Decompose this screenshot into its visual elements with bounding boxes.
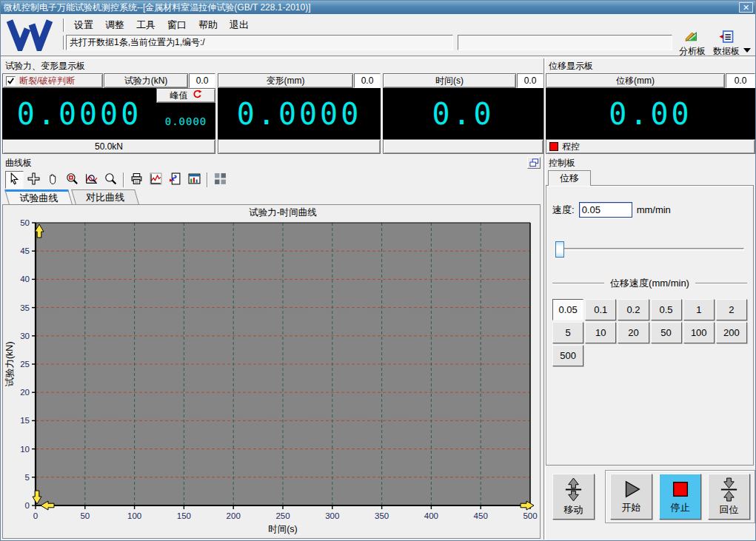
close-button[interactable]: ✕ <box>739 2 753 13</box>
toolbar-grip <box>63 19 65 32</box>
separator-line <box>552 283 604 284</box>
zoom-curve-icon <box>85 172 98 188</box>
deform-rate-value: 0.0 <box>354 73 381 88</box>
menu-item-设置[interactable]: 设置 <box>69 17 98 32</box>
speed-preset-200[interactable]: 200 <box>716 322 747 343</box>
curve-tab-label: 对比曲线 <box>86 191 124 204</box>
data-board-button[interactable]: 数据板 <box>710 30 743 54</box>
motion-buttons-row: 移动 开始 停止 回位 <box>546 469 755 524</box>
app-window: 微机控制电子万能试验机测控系统--[金属材料室温拉伸试验(GB/T 228.1-… <box>0 0 756 541</box>
mode-indicator-bar: 程控 <box>546 139 755 154</box>
svg-text:100: 100 <box>127 511 141 520</box>
home-button-label: 回位 <box>720 503 739 517</box>
analysis-board-button[interactable]: 分析板 <box>676 30 709 54</box>
time-module: 时间(s) 0.0 0.0 <box>383 73 543 154</box>
time-footer-bar <box>383 139 543 154</box>
tab-displacement[interactable]: 位移 <box>548 170 591 186</box>
speed-preset-100[interactable]: 100 <box>683 322 715 343</box>
speed-preset-0.1[interactable]: 0.1 <box>585 299 616 320</box>
force-display-panel-title: 试验力、变形显示板 <box>2 59 543 73</box>
time-header-button[interactable]: 时间(s) <box>383 73 516 88</box>
peak-bar[interactable]: 峰值 <box>156 88 215 103</box>
time-lcd-display: 0.0 <box>383 88 543 139</box>
curve-panel: 曲线板 试验曲线对比曲线 试验力-时间曲线0510152025303540455… <box>2 156 543 540</box>
speed-preset-2[interactable]: 2 <box>716 299 747 320</box>
deform-module: 变形(mm) 0.0 0.0000 <box>218 73 381 154</box>
app-logo-icon <box>5 17 58 54</box>
peak-refresh-icon[interactable] <box>193 90 202 101</box>
crosshair-tool-button[interactable] <box>24 171 43 189</box>
home-button[interactable]: 回位 <box>708 474 750 520</box>
deform-header-button[interactable]: 变形(mm) <box>218 73 353 88</box>
pan-hand-icon <box>47 172 59 188</box>
force-header-button[interactable]: 试验力(kN) <box>104 73 188 88</box>
start-button[interactable]: 开始 <box>610 474 652 520</box>
title-bar[interactable]: 微机控制电子万能试验机测控系统--[金属材料室温拉伸试验(GB/T 228.1-… <box>1 1 755 14</box>
run-buttons-frame: 开始 停止 回位 <box>605 470 755 523</box>
menu-item-退出[interactable]: 退出 <box>224 17 254 32</box>
menu-item-调整[interactable]: 调整 <box>100 17 130 32</box>
speed-preset-5[interactable]: 5 <box>552 322 583 343</box>
speed-slider-thumb[interactable] <box>555 241 564 258</box>
svg-text:450: 450 <box>474 511 488 520</box>
speed-preset-grid: 0.050.10.20.5125102050100200500 <box>552 299 747 366</box>
move-button[interactable]: 移动 <box>552 474 595 520</box>
texture-pattern-icon <box>214 172 227 188</box>
zoom-box-tool-button[interactable] <box>63 171 81 189</box>
stop-button[interactable]: 停止 <box>659 474 701 520</box>
window-title: 微机控制电子万能试验机测控系统--[金属材料室温拉伸试验(GB/T 228.1-… <box>4 2 311 13</box>
speed-preset-0.5[interactable]: 0.5 <box>651 299 682 320</box>
texture-pattern-tool-button[interactable] <box>211 171 230 189</box>
header: 设置调整工具窗口帮助退出 共打开数据1条,当前位置为1,编号:/ 分析板 <box>1 14 755 56</box>
svg-text:10: 10 <box>20 445 30 454</box>
toolbar-dropdown-caret[interactable] <box>743 42 751 56</box>
data-board-icon <box>718 30 735 45</box>
toolbar-grip <box>63 36 65 50</box>
break-judge-checkbox-row[interactable]: 断裂/破碎判断 <box>2 73 103 88</box>
panel-restore-button[interactable] <box>527 157 541 169</box>
svg-text:时间(s): 时间(s) <box>268 524 298 534</box>
pan-hand-tool-button[interactable] <box>44 171 62 189</box>
zoom-curve-tool-button[interactable] <box>82 171 101 189</box>
cursor-icon <box>8 172 21 188</box>
curve-tab-compare[interactable]: 对比曲线 <box>71 189 139 204</box>
curve-tab-test[interactable]: 试验曲线 <box>4 189 73 204</box>
print-icon <box>130 172 143 188</box>
chart-area[interactable]: 试验力-时间曲线05101520253035404550050100150200… <box>2 204 541 539</box>
speed-preset-0.2[interactable]: 0.2 <box>618 299 649 320</box>
status-textbox: 共打开数据1条,当前位置为1,编号:/ <box>66 35 453 50</box>
speed-slider[interactable] <box>552 241 747 258</box>
speed-preset-10[interactable]: 10 <box>585 322 616 343</box>
svg-text:35: 35 <box>20 303 30 312</box>
cursor-tool-button[interactable] <box>5 171 24 189</box>
program-control-label: 程控 <box>562 141 580 153</box>
speed-group-label: 位移速度(mm/min) <box>610 277 689 290</box>
report-tool-button[interactable] <box>166 171 184 189</box>
print-tool-button[interactable] <box>127 171 146 189</box>
toolbar-separator <box>207 172 208 187</box>
chart-window-tool-button[interactable] <box>185 171 204 189</box>
speed-preset-1[interactable]: 1 <box>683 299 715 320</box>
speed-preset-50[interactable]: 50 <box>651 322 682 343</box>
svg-text:45: 45 <box>20 246 30 255</box>
svg-text:50: 50 <box>20 218 30 227</box>
menu-item-帮助[interactable]: 帮助 <box>193 17 223 32</box>
speed-preset-20[interactable]: 20 <box>618 322 649 343</box>
menu-item-工具[interactable]: 工具 <box>131 17 161 32</box>
peak-label: 峰值 <box>170 90 188 102</box>
chart-svg: 试验力-时间曲线05101520253035404550050100150200… <box>3 205 540 538</box>
menu-item-窗口[interactable]: 窗口 <box>162 17 192 32</box>
speed-preset-500[interactable]: 500 <box>552 345 583 366</box>
displacement-rate-value: 0.0 <box>726 73 755 88</box>
speed-input[interactable] <box>579 202 632 218</box>
speed-preset-0.05[interactable]: 0.05 <box>552 299 583 320</box>
curve-tab-label: 试验曲线 <box>20 192 58 205</box>
speed-slider-track[interactable] <box>555 248 744 251</box>
curve-data-tool-button[interactable] <box>147 171 165 189</box>
displacement-header-button[interactable]: 位移(mm) <box>546 73 725 88</box>
crosshair-icon <box>27 172 40 188</box>
displacement-display-panel: 位移显示板 位移(mm) 0.0 0.00 程控 <box>546 59 755 155</box>
report-icon <box>169 172 181 188</box>
break-judge-checkbox[interactable] <box>6 76 16 86</box>
zoom-tool-button[interactable] <box>101 171 120 189</box>
